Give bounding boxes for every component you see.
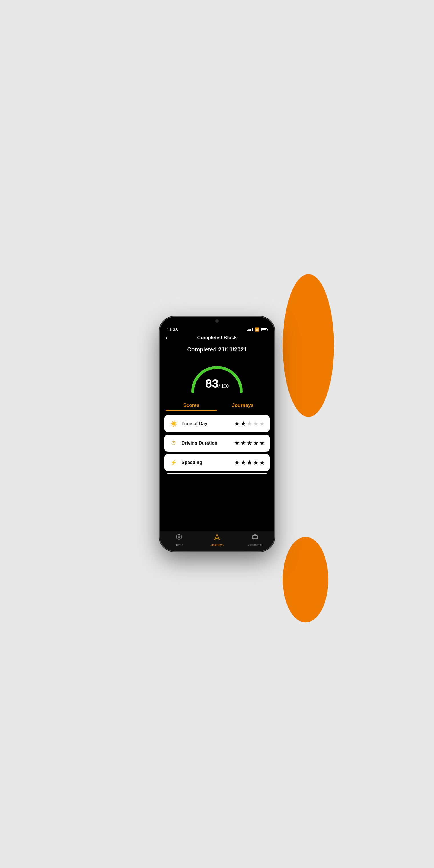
svg-point-9	[256, 538, 257, 539]
wifi-icon: 📶	[255, 328, 259, 332]
camera-notch	[215, 319, 219, 323]
completed-date: Completed 21/11/2021	[160, 343, 274, 358]
gauge-score-display: 83/ 100	[205, 378, 229, 390]
tab-bar: Scores Journeys	[160, 400, 274, 411]
svg-point-8	[253, 538, 254, 539]
content-spacer	[160, 474, 274, 531]
status-bar: 11:38 📶	[160, 324, 274, 333]
speeding-icon: ⚡	[169, 458, 178, 467]
driving-duration-stars: ★ ★ ★ ★ ★	[234, 440, 265, 446]
battery-icon	[261, 328, 267, 331]
score-denom: / 100	[219, 384, 229, 389]
orange-blob-right	[283, 274, 334, 417]
time-of-day-stars: ★ ★ ★ ★ ★	[234, 421, 265, 427]
speeding-stars: ★ ★ ★ ★ ★	[234, 459, 265, 466]
orange-blob-bottom-right	[283, 537, 328, 622]
score-card-time-of-day[interactable]: ☀️ Time of Day ★ ★ ★ ★ ★	[164, 415, 270, 432]
accidents-icon	[252, 533, 258, 542]
nav-journeys[interactable]: Journeys	[198, 533, 236, 547]
driving-duration-label: Driving Duration	[182, 440, 231, 446]
svg-marker-6	[215, 534, 219, 539]
phone-shell: 11:38 📶 ‹ Completed Bloc	[160, 317, 274, 551]
home-icon	[176, 533, 182, 542]
score-number: 83	[205, 377, 219, 390]
tab-journeys[interactable]: Journeys	[217, 400, 269, 411]
signal-icon	[247, 328, 253, 331]
clock: 11:38	[167, 327, 178, 332]
time-of-day-icon: ☀️	[169, 419, 178, 428]
nav-home-label: Home	[175, 543, 183, 547]
time-of-day-label: Time of Day	[182, 421, 231, 426]
page-title: Completed Block	[197, 335, 237, 341]
score-gauge: 83/ 100	[160, 358, 274, 400]
nav-accidents-label: Accidents	[248, 543, 262, 547]
back-button[interactable]: ‹	[165, 334, 167, 341]
score-card-driving-duration[interactable]: ⏱ Driving Duration ★ ★ ★ ★ ★	[164, 435, 270, 452]
score-cards-list: ☀️ Time of Day ★ ★ ★ ★ ★ ⏱ Driving Durat…	[160, 414, 274, 474]
status-icons: 📶	[247, 328, 267, 332]
driving-duration-icon: ⏱	[169, 439, 178, 448]
speeding-label: Speeding	[182, 460, 231, 465]
bottom-navigation: Home Journeys	[160, 531, 274, 551]
score-card-speeding[interactable]: ⚡ Speeding ★ ★ ★ ★ ★	[164, 454, 270, 471]
header: ‹ Completed Block	[160, 333, 274, 343]
journeys-icon	[214, 533, 220, 542]
phone-screen: 11:38 📶 ‹ Completed Bloc	[160, 317, 274, 551]
page-wrapper: 11:38 📶 ‹ Completed Bloc	[108, 217, 326, 651]
tab-scores[interactable]: Scores	[165, 400, 217, 411]
nav-accidents[interactable]: Accidents	[236, 533, 274, 547]
nav-home[interactable]: Home	[160, 533, 198, 547]
nav-journeys-label: Journeys	[211, 543, 223, 547]
